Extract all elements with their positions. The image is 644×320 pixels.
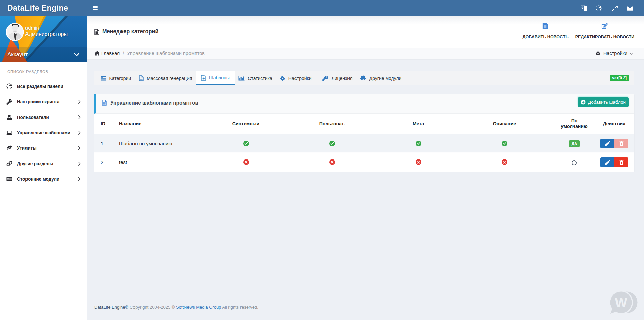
svg-text:W: W <box>615 295 627 310</box>
